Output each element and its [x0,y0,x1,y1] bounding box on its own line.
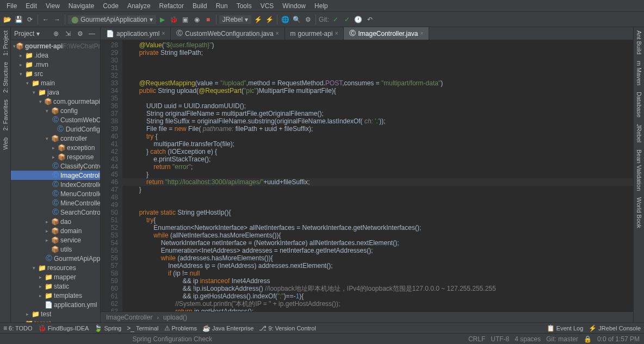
bottom-tool[interactable]: ⚠Problems [164,324,197,332]
settings-icon[interactable]: ⚙ [303,15,313,24]
tree-node[interactable]: ▸📦exception [11,143,100,152]
tree-node[interactable]: ▾📦controller [11,134,100,143]
browser-icon[interactable]: 🌐 [280,15,290,24]
menu-build[interactable]: Build [188,1,212,11]
menu-window[interactable]: Window [278,1,310,11]
tree-node[interactable]: ▸📁target [11,318,100,322]
menu-vcs[interactable]: VCS [256,1,278,11]
tree-node[interactable]: ⒸMineController [11,198,100,208]
menu-view[interactable]: View [41,1,64,11]
debug-icon[interactable]: 🐞 [169,15,179,24]
menu-code[interactable]: Code [98,1,123,11]
breadcrumb-item[interactable]: ImageController [106,314,152,321]
tree-node[interactable]: ▸📦response [11,152,100,161]
right-tab[interactable]: Ant Build [635,27,643,58]
bottom-tool-right[interactable]: 📋Event Log [547,324,584,332]
tree-node[interactable]: ▸📁.mvn [11,60,100,69]
tree-node[interactable]: ▾📁java [11,87,100,97]
tree-node[interactable]: ▸📁templates [11,291,100,300]
right-tab[interactable]: JRebel [635,121,643,146]
profile-icon[interactable]: ◉ [192,15,202,24]
fwd-icon[interactable]: → [52,15,62,24]
menu-refactor[interactable]: Refactor [155,1,188,11]
menu-edit[interactable]: Edit [21,1,41,11]
refresh-icon[interactable]: ⟳ [25,15,35,24]
menu-analyze[interactable]: Analyze [123,1,155,11]
editor-tab[interactable]: 📄application.yml× [101,27,171,40]
left-tab[interactable]: 1: Project [1,27,10,59]
lock-icon[interactable]: 🔒 [584,335,592,343]
bottom-tool[interactable]: >_Terminal [127,324,158,332]
back-icon[interactable]: ← [41,15,51,24]
git-update-icon[interactable]: ✓ [331,15,340,24]
jrebel-run-icon[interactable]: ⚡ [253,15,263,24]
bottom-tool[interactable]: ☕Java Enterprise [202,324,253,332]
bottom-tool[interactable]: 🐞FindBugs-IDEA [38,324,89,332]
left-tab[interactable]: 2: Favorites [1,96,10,134]
editor-tab[interactable]: ⒸCustomWebConfiguration.java× [171,27,284,40]
hide-icon[interactable]: — [87,29,97,39]
tree-node[interactable]: ⒸImageController [11,171,100,180]
run-icon[interactable]: ▶ [158,15,168,24]
tree-node[interactable]: ⒸDuridConfig [11,124,100,134]
right-tab[interactable]: Bean Validation [635,146,643,194]
tree-node[interactable]: ▸📁static [11,282,100,291]
bottom-tool[interactable]: ≡6: TODO [3,324,33,332]
coverage-icon[interactable]: ▣ [181,15,190,24]
tree-node[interactable]: ▸📁mapper [11,272,100,282]
menu-help[interactable]: Help [310,1,332,11]
indent[interactable]: 4 spaces [515,335,541,343]
menu-file[interactable]: File [2,1,21,11]
tree-node[interactable]: ▸📁test [11,309,100,318]
tree-node[interactable]: ▸📦dao [11,217,100,226]
tree-node[interactable]: ▾📦config [11,106,100,115]
tree-node[interactable]: ▾📁src [11,69,100,78]
git-revert-icon[interactable]: ↶ [365,15,375,24]
search-icon[interactable]: 🔍 [292,15,301,24]
tree-node[interactable]: ⒸCustomWebConfigura [11,115,100,124]
tree-node[interactable]: ▸📦service [11,235,100,245]
stop-icon[interactable]: ■ [203,15,213,24]
git-branch[interactable]: Git: master [546,335,578,343]
tree-node[interactable]: ▸📁.idea [11,51,100,60]
tree-node[interactable]: ⒸIndexController [11,180,100,189]
tree-root[interactable]: ▾📦gourmet-api F:\WeChatProgram\gourm [11,41,100,51]
project-view-label[interactable]: Project [14,30,34,37]
jrebel-debug-icon[interactable]: ⚡ [264,15,274,24]
tree-node[interactable]: ▾📦com.gourmetapi [11,97,100,106]
tree-node[interactable]: ▾📁main [11,78,100,87]
bottom-tool[interactable]: 🍃Spring [94,324,121,332]
right-tab[interactable]: World Book [635,194,643,232]
encoding[interactable]: UTF-8 [491,335,509,343]
git-commit-icon[interactable]: ✓ [342,15,352,24]
locate-icon[interactable]: ⊕ [51,29,61,39]
tree-node[interactable]: ⒸGourmetApiApplication [11,254,100,263]
code-editor[interactable]: 2829303132333435363738394041424344454647… [101,40,633,311]
bottom-tool[interactable]: ⎇9: Version Control [259,324,315,332]
git-history-icon[interactable]: 🕐 [354,15,363,24]
menu-tools[interactable]: Tools [232,1,256,11]
tree-node[interactable]: ▸📦domain [11,226,100,235]
line-sep[interactable]: CRLF [468,335,485,343]
open-icon[interactable]: 📂 [2,15,12,24]
tree-node[interactable]: ⒸMenuController [11,189,100,198]
project-tree[interactable]: ▾📦gourmet-api F:\WeChatProgram\gourm▸📁.i… [11,40,100,322]
bottom-tool-right[interactable]: ⚡JRebel Console [589,324,641,332]
left-tab[interactable]: Web [1,134,10,153]
tree-node[interactable]: 📦utils [11,245,100,254]
tree-node[interactable]: 📄application.yml [11,300,100,309]
tree-node[interactable]: ▾📁resources [11,263,100,272]
dropdown-icon[interactable]: ▾ [36,30,40,37]
right-tab[interactable]: m Maven [635,58,643,89]
save-icon[interactable]: 💾 [14,15,23,24]
run-config-selector[interactable]: ⬤GourmetApiApplication ▾ [68,15,156,24]
breadcrumb-item[interactable]: upload() [163,314,187,321]
menu-run[interactable]: Run [212,1,232,11]
editor-tab[interactable]: ⒸImageController.java× [344,27,429,40]
left-tab[interactable]: 2: Structure [1,59,10,96]
collapse-icon[interactable]: ⇲ [63,29,73,39]
jrebel-selector[interactable]: JRebel ▾ [219,15,251,24]
tree-node[interactable]: ⒸClassifyController [11,161,100,171]
right-tab[interactable]: Database [635,89,643,121]
menu-navigate[interactable]: Navigate [64,1,98,11]
